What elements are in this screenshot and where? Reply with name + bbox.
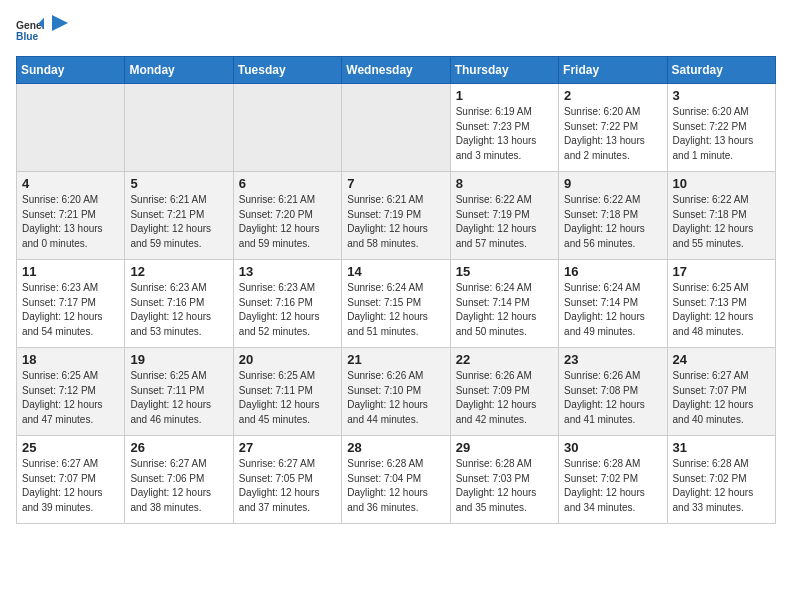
day-info: Sunrise: 6:24 AM Sunset: 7:14 PM Dayligh…: [564, 281, 661, 339]
calendar-week-row-1: 1Sunrise: 6:19 AM Sunset: 7:23 PM Daylig…: [17, 84, 776, 172]
calendar-cell: 25Sunrise: 6:27 AM Sunset: 7:07 PM Dayli…: [17, 436, 125, 524]
svg-text:Blue: Blue: [16, 31, 39, 42]
day-number: 11: [22, 264, 119, 279]
calendar-cell: 4Sunrise: 6:20 AM Sunset: 7:21 PM Daylig…: [17, 172, 125, 260]
calendar-cell: 21Sunrise: 6:26 AM Sunset: 7:10 PM Dayli…: [342, 348, 450, 436]
day-info: Sunrise: 6:25 AM Sunset: 7:13 PM Dayligh…: [673, 281, 770, 339]
day-number: 8: [456, 176, 553, 191]
calendar-cell: 13Sunrise: 6:23 AM Sunset: 7:16 PM Dayli…: [233, 260, 341, 348]
day-info: Sunrise: 6:28 AM Sunset: 7:03 PM Dayligh…: [456, 457, 553, 515]
day-number: 16: [564, 264, 661, 279]
calendar-week-row-3: 11Sunrise: 6:23 AM Sunset: 7:17 PM Dayli…: [17, 260, 776, 348]
day-info: Sunrise: 6:25 AM Sunset: 7:11 PM Dayligh…: [130, 369, 227, 427]
weekday-header-tuesday: Tuesday: [233, 57, 341, 84]
day-info: Sunrise: 6:21 AM Sunset: 7:19 PM Dayligh…: [347, 193, 444, 251]
day-number: 10: [673, 176, 770, 191]
calendar-cell: [342, 84, 450, 172]
weekday-header-sunday: Sunday: [17, 57, 125, 84]
calendar-cell: 26Sunrise: 6:27 AM Sunset: 7:06 PM Dayli…: [125, 436, 233, 524]
calendar-cell: 22Sunrise: 6:26 AM Sunset: 7:09 PM Dayli…: [450, 348, 558, 436]
weekday-header-wednesday: Wednesday: [342, 57, 450, 84]
calendar-cell: 27Sunrise: 6:27 AM Sunset: 7:05 PM Dayli…: [233, 436, 341, 524]
calendar-cell: 12Sunrise: 6:23 AM Sunset: 7:16 PM Dayli…: [125, 260, 233, 348]
day-number: 13: [239, 264, 336, 279]
day-info: Sunrise: 6:27 AM Sunset: 7:07 PM Dayligh…: [22, 457, 119, 515]
day-number: 31: [673, 440, 770, 455]
calendar-cell: 18Sunrise: 6:25 AM Sunset: 7:12 PM Dayli…: [17, 348, 125, 436]
day-number: 5: [130, 176, 227, 191]
calendar-cell: 14Sunrise: 6:24 AM Sunset: 7:15 PM Dayli…: [342, 260, 450, 348]
day-info: Sunrise: 6:27 AM Sunset: 7:06 PM Dayligh…: [130, 457, 227, 515]
day-info: Sunrise: 6:28 AM Sunset: 7:02 PM Dayligh…: [673, 457, 770, 515]
day-info: Sunrise: 6:19 AM Sunset: 7:23 PM Dayligh…: [456, 105, 553, 163]
calendar-cell: 28Sunrise: 6:28 AM Sunset: 7:04 PM Dayli…: [342, 436, 450, 524]
day-info: Sunrise: 6:25 AM Sunset: 7:11 PM Dayligh…: [239, 369, 336, 427]
calendar-cell: 5Sunrise: 6:21 AM Sunset: 7:21 PM Daylig…: [125, 172, 233, 260]
day-number: 14: [347, 264, 444, 279]
calendar-week-row-4: 18Sunrise: 6:25 AM Sunset: 7:12 PM Dayli…: [17, 348, 776, 436]
day-number: 2: [564, 88, 661, 103]
calendar-week-row-2: 4Sunrise: 6:20 AM Sunset: 7:21 PM Daylig…: [17, 172, 776, 260]
calendar-cell: 9Sunrise: 6:22 AM Sunset: 7:18 PM Daylig…: [559, 172, 667, 260]
day-number: 15: [456, 264, 553, 279]
calendar-cell: 10Sunrise: 6:22 AM Sunset: 7:18 PM Dayli…: [667, 172, 775, 260]
day-info: Sunrise: 6:24 AM Sunset: 7:14 PM Dayligh…: [456, 281, 553, 339]
day-number: 1: [456, 88, 553, 103]
day-number: 25: [22, 440, 119, 455]
calendar-cell: 29Sunrise: 6:28 AM Sunset: 7:03 PM Dayli…: [450, 436, 558, 524]
day-number: 12: [130, 264, 227, 279]
day-info: Sunrise: 6:22 AM Sunset: 7:19 PM Dayligh…: [456, 193, 553, 251]
calendar-week-row-5: 25Sunrise: 6:27 AM Sunset: 7:07 PM Dayli…: [17, 436, 776, 524]
day-info: Sunrise: 6:23 AM Sunset: 7:16 PM Dayligh…: [239, 281, 336, 339]
calendar-cell: [17, 84, 125, 172]
day-info: Sunrise: 6:22 AM Sunset: 7:18 PM Dayligh…: [673, 193, 770, 251]
calendar-cell: 2Sunrise: 6:20 AM Sunset: 7:22 PM Daylig…: [559, 84, 667, 172]
day-number: 17: [673, 264, 770, 279]
svg-text:General: General: [16, 20, 44, 31]
calendar-cell: 16Sunrise: 6:24 AM Sunset: 7:14 PM Dayli…: [559, 260, 667, 348]
day-number: 23: [564, 352, 661, 367]
weekday-header-thursday: Thursday: [450, 57, 558, 84]
day-info: Sunrise: 6:22 AM Sunset: 7:18 PM Dayligh…: [564, 193, 661, 251]
day-info: Sunrise: 6:25 AM Sunset: 7:12 PM Dayligh…: [22, 369, 119, 427]
weekday-header-monday: Monday: [125, 57, 233, 84]
calendar-cell: 19Sunrise: 6:25 AM Sunset: 7:11 PM Dayli…: [125, 348, 233, 436]
day-info: Sunrise: 6:20 AM Sunset: 7:22 PM Dayligh…: [673, 105, 770, 163]
day-number: 21: [347, 352, 444, 367]
calendar-cell: 23Sunrise: 6:26 AM Sunset: 7:08 PM Dayli…: [559, 348, 667, 436]
day-info: Sunrise: 6:26 AM Sunset: 7:09 PM Dayligh…: [456, 369, 553, 427]
calendar-cell: [233, 84, 341, 172]
day-number: 20: [239, 352, 336, 367]
calendar-cell: 15Sunrise: 6:24 AM Sunset: 7:14 PM Dayli…: [450, 260, 558, 348]
weekday-header-saturday: Saturday: [667, 57, 775, 84]
calendar-cell: 1Sunrise: 6:19 AM Sunset: 7:23 PM Daylig…: [450, 84, 558, 172]
calendar-cell: 6Sunrise: 6:21 AM Sunset: 7:20 PM Daylig…: [233, 172, 341, 260]
day-number: 18: [22, 352, 119, 367]
logo-flag-icon: [50, 15, 68, 37]
calendar-cell: 30Sunrise: 6:28 AM Sunset: 7:02 PM Dayli…: [559, 436, 667, 524]
day-number: 28: [347, 440, 444, 455]
calendar-cell: 24Sunrise: 6:27 AM Sunset: 7:07 PM Dayli…: [667, 348, 775, 436]
day-info: Sunrise: 6:26 AM Sunset: 7:08 PM Dayligh…: [564, 369, 661, 427]
day-number: 24: [673, 352, 770, 367]
day-info: Sunrise: 6:27 AM Sunset: 7:05 PM Dayligh…: [239, 457, 336, 515]
weekday-header-friday: Friday: [559, 57, 667, 84]
calendar-cell: 3Sunrise: 6:20 AM Sunset: 7:22 PM Daylig…: [667, 84, 775, 172]
svg-marker-3: [52, 15, 68, 31]
page-header: General Blue: [16, 16, 776, 44]
logo: General Blue: [16, 16, 68, 44]
calendar-cell: 20Sunrise: 6:25 AM Sunset: 7:11 PM Dayli…: [233, 348, 341, 436]
day-number: 3: [673, 88, 770, 103]
day-number: 4: [22, 176, 119, 191]
calendar-cell: 7Sunrise: 6:21 AM Sunset: 7:19 PM Daylig…: [342, 172, 450, 260]
day-number: 26: [130, 440, 227, 455]
day-number: 22: [456, 352, 553, 367]
day-info: Sunrise: 6:27 AM Sunset: 7:07 PM Dayligh…: [673, 369, 770, 427]
day-info: Sunrise: 6:23 AM Sunset: 7:16 PM Dayligh…: [130, 281, 227, 339]
day-info: Sunrise: 6:21 AM Sunset: 7:20 PM Dayligh…: [239, 193, 336, 251]
day-info: Sunrise: 6:21 AM Sunset: 7:21 PM Dayligh…: [130, 193, 227, 251]
logo-icon: General Blue: [16, 16, 44, 44]
calendar-cell: 17Sunrise: 6:25 AM Sunset: 7:13 PM Dayli…: [667, 260, 775, 348]
day-number: 30: [564, 440, 661, 455]
day-info: Sunrise: 6:23 AM Sunset: 7:17 PM Dayligh…: [22, 281, 119, 339]
